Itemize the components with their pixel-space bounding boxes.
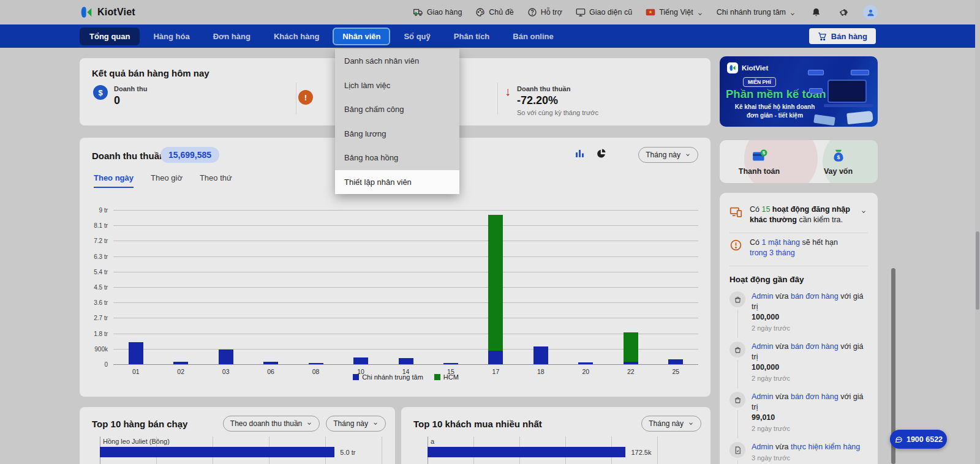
nav-tab-phân-tích[interactable]: Phân tích <box>444 28 500 45</box>
bar-03-chi-nhánh-trung-tâm[interactable] <box>219 350 233 364</box>
nav-tab-khách-hàng[interactable]: Khách hàng <box>264 28 329 45</box>
bar-18-chi-nhánh-trung-tâm[interactable] <box>533 346 548 364</box>
activity-icon-column <box>729 392 745 438</box>
settings-button[interactable] <box>836 6 850 19</box>
sell-button[interactable]: Bán hàng <box>809 28 876 44</box>
bar-17-chi-nhánh-trung-tâm[interactable] <box>488 351 503 364</box>
bar-22-hcm[interactable] <box>624 332 638 362</box>
gridline <box>113 349 698 350</box>
bar-08-chi-nhánh-trung-tâm[interactable] <box>309 363 323 364</box>
bar-02-chi-nhánh-trung-tâm[interactable] <box>173 362 188 364</box>
activity-item[interactable]: Admin vừa bán đơn hàng với giá trị 100,0… <box>729 342 868 388</box>
activity-body: Admin vừa bán đơn hàng với giá trị 100,0… <box>752 291 868 338</box>
alert-item[interactable]: Có 1 mặt hàng sẽ hết hạn trong 3 tháng <box>729 233 868 266</box>
hbar-label: a <box>431 438 434 445</box>
activity-user-link[interactable]: Admin <box>752 342 773 351</box>
top-customers-period-select[interactable]: Tháng này <box>641 416 701 432</box>
user-avatar[interactable] <box>863 5 878 20</box>
activity-item[interactable]: Admin vừa bán đơn hàng với giá trị 100,0… <box>729 291 868 338</box>
promo-banner[interactable]: KiotViet MIỄN PHÍ Phần mềm kế toán Kê kh… <box>720 56 878 127</box>
y-axis-tick: 0 <box>104 361 108 368</box>
dropdown-item[interactable]: Lịch làm việc <box>335 73 459 98</box>
top-products-sort-select[interactable]: Theo doanh thu thuần <box>223 416 320 432</box>
dollar-coin-icon: $ <box>93 85 108 100</box>
activity-action-link[interactable]: bán đơn hàng <box>791 342 839 351</box>
nav-tab-đơn-hàng[interactable]: Đơn hàng <box>203 28 260 45</box>
quick-action-thanh-toán[interactable]: $Thanh toán <box>720 140 799 183</box>
metric-net-value: -72.20% <box>517 94 598 107</box>
topbar-menu-item[interactable]: Hỗ trợ <box>527 7 562 17</box>
dropdown-item[interactable]: Danh sách nhân viên <box>335 49 459 73</box>
hbar[interactable] <box>428 447 625 457</box>
dropdown-item[interactable]: Bảng lương <box>335 122 459 146</box>
hotline-chat-button[interactable]: 1900 6522 <box>890 430 947 449</box>
activity-action-link[interactable]: bán đơn hàng <box>791 392 839 401</box>
bar-25-chi-nhánh-trung-tâm[interactable] <box>668 359 683 364</box>
activity-time: 2 ngày trước <box>752 375 868 382</box>
nav-tab-nhân-viên[interactable]: Nhân viên <box>333 28 390 45</box>
bar-17-hcm[interactable] <box>488 215 503 350</box>
y-axis-tick: 9 tr <box>99 207 108 214</box>
bar-10-chi-nhánh-trung-tâm[interactable] <box>353 357 368 364</box>
activity-text: Admin vừa bán đơn hàng với giá trị <box>752 342 868 362</box>
top-customers-panel: Top 10 khách mua nhiều nhất Tháng này a1… <box>401 407 710 464</box>
window-scrollbar-thumb[interactable] <box>976 231 979 310</box>
bar-01-chi-nhánh-trung-tâm[interactable] <box>129 342 143 364</box>
quick-action-vay-vốn[interactable]: $Vay vốn <box>799 140 878 183</box>
banner-brand: KiotViet <box>727 62 768 73</box>
activity-user-link[interactable]: Admin <box>752 292 773 301</box>
hbar[interactable] <box>100 447 334 457</box>
kiotviet-logo[interactable]: KiotViet <box>80 0 135 24</box>
activity-action-link[interactable]: thực hiện kiểm hàng <box>791 443 860 451</box>
legend-item: Chi nhánh trung tâm <box>353 373 423 381</box>
y-axis-tick: 1.8 tr <box>94 330 108 337</box>
dropdown-item[interactable]: Bảng chấm công <box>335 97 459 122</box>
top-customers-chart: a172.5k <box>428 436 657 464</box>
nav-tab-tổng-quan[interactable]: Tổng quan <box>80 28 140 45</box>
revenue-subtab[interactable]: Theo thứ <box>200 173 232 188</box>
topbar-menu-item[interactable]: Giao diện cũ <box>576 7 632 17</box>
bar-22-chi-nhánh-trung-tâm[interactable] <box>624 362 638 364</box>
topbar-menu-item[interactable]: Tiếng Việt <box>646 7 703 17</box>
nav-tab-bán-online[interactable]: Bán online <box>503 28 563 45</box>
top-products-period-select[interactable]: Tháng này <box>326 416 386 432</box>
bar-20-chi-nhánh-trung-tâm[interactable] <box>578 362 593 364</box>
topbar-menu-label: Tiếng Việt <box>659 8 693 17</box>
bar-15-chi-nhánh-trung-tâm[interactable] <box>443 363 458 364</box>
dropdown-item[interactable]: Thiết lập nhân viên <box>335 170 459 195</box>
activity-item[interactable]: Admin vừa thực hiện kiểm hàng 3 ngày trư… <box>729 442 868 464</box>
activity-user-link[interactable]: Admin <box>752 392 773 401</box>
bar-06-chi-nhánh-trung-tâm[interactable] <box>263 362 278 364</box>
legend-label: Chi nhánh trung tâm <box>362 373 423 381</box>
nav-tab-hàng-hóa[interactable]: Hàng hóa <box>143 28 199 45</box>
topbar-menu-label: Giao diện cũ <box>589 8 632 17</box>
dropdown-item[interactable]: Bảng hoa hồng <box>335 146 459 170</box>
hbar-value: 172.5k <box>631 449 651 456</box>
gridline <box>113 302 698 303</box>
nav-tab-sổ-quỹ[interactable]: Sổ quỹ <box>394 28 440 45</box>
order-coin-icon: ! <box>298 90 313 105</box>
activity-text: Admin vừa bán đơn hàng với giá trị <box>752 291 868 312</box>
topbar-menu-item[interactable]: Chi nhánh trung tâm <box>717 8 796 17</box>
monitor-icon <box>576 7 586 17</box>
main-navbar: Tổng quanHàng hóaĐơn hàngKhách hàngNhân … <box>0 24 980 48</box>
gridline <box>113 364 698 365</box>
bar-14-chi-nhánh-trung-tâm[interactable] <box>399 358 413 364</box>
alert-item[interactable]: Có 15 hoạt động đăng nhập khác thường cầ… <box>729 200 868 233</box>
activity-item[interactable]: Admin vừa bán đơn hàng với giá trị 99,01… <box>729 392 868 438</box>
chart-legend: Chi nhánh trung tâmHCM <box>113 373 698 381</box>
revenue-subtab[interactable]: Theo giờ <box>151 173 183 188</box>
y-axis-tick: 900k <box>94 345 108 352</box>
chevron-down-icon <box>372 421 379 427</box>
topbar-menu-item[interactable]: Giao hàng <box>413 7 462 17</box>
window-scrollbar[interactable] <box>975 0 980 464</box>
topbar-menu-item[interactable]: Chủ đề <box>475 7 513 17</box>
revenue-subtab[interactable]: Theo ngày <box>94 173 134 188</box>
bar-chart-icon[interactable] <box>575 148 585 159</box>
notifications-button[interactable] <box>809 6 823 19</box>
chevron-down-icon[interactable] <box>861 206 868 214</box>
revenue-period-select[interactable]: Tháng này <box>638 147 698 163</box>
pie-chart-icon[interactable] <box>596 148 606 159</box>
activity-action-link[interactable]: bán đơn hàng <box>791 292 839 301</box>
activity-user-link[interactable]: Admin <box>752 443 773 451</box>
